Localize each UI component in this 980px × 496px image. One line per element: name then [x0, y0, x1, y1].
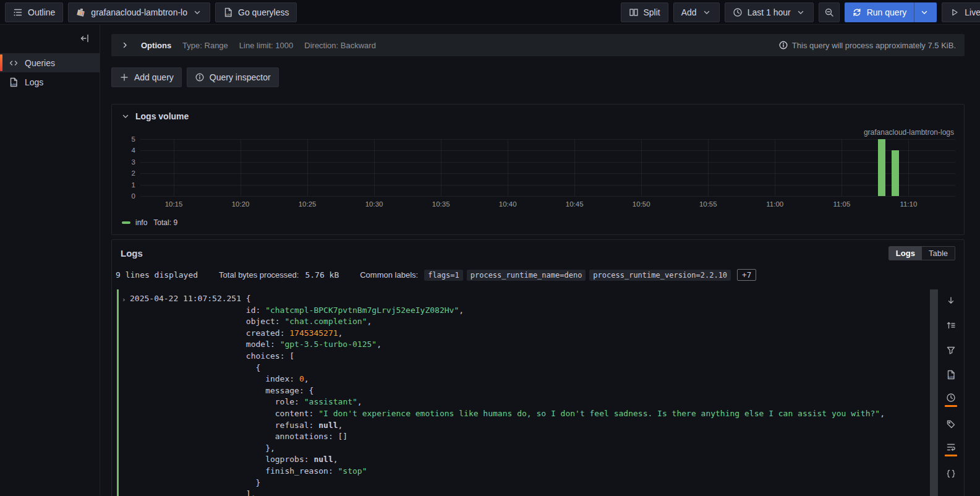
braces-icon [946, 469, 956, 479]
chevron-down-icon [192, 7, 202, 17]
grid-line-y [140, 139, 955, 140]
log-line-json: created: 1745345271, [130, 328, 928, 340]
datasource-picker[interactable]: grafanacloud-lambtron-lo [68, 2, 210, 22]
log-file-icon: LOG [9, 77, 19, 87]
log-line-json: } [130, 477, 928, 489]
log-line-json: content: "I don't experience emotions li… [130, 408, 928, 420]
time-picker-button[interactable]: Last 1 hour [725, 2, 814, 22]
grid-line-y [140, 150, 955, 151]
grid-line-x [775, 139, 775, 196]
volume-bar-11:08[interactable] [878, 139, 885, 196]
run-query-dropdown[interactable] [914, 2, 929, 22]
x-axis-tick: 10:30 [365, 200, 383, 208]
legend-series-label[interactable]: info [135, 218, 147, 227]
sidebar-item-label: Logs [25, 77, 43, 87]
sort-order-button[interactable] [939, 313, 963, 338]
active-indicator [945, 455, 957, 456]
plus-icon [119, 72, 129, 82]
filter-button[interactable] [939, 338, 963, 362]
log-entry[interactable]: › 2025-04-22 11:07:52.251 {id: "chatcmpl… [117, 289, 928, 496]
logs-volume-header[interactable]: Logs volume [112, 105, 964, 128]
log-format-button[interactable]: LOG [939, 362, 963, 387]
more-labels-button[interactable]: +7 [737, 269, 756, 281]
grid-line-y [140, 185, 955, 186]
run-query-button[interactable]: Run query [845, 2, 937, 22]
x-axis-tick: 11:05 [833, 200, 850, 208]
info-circle-icon [195, 72, 205, 82]
chart-series-title: grafanacloud-lambtron-logs [864, 128, 954, 137]
options-line-limit: Line limit: 1000 [239, 41, 293, 50]
query-size-estimate: This query will process approximately 7.… [792, 41, 956, 50]
y-axis-tick: 5 [117, 135, 135, 143]
split-button[interactable]: Split [621, 2, 668, 22]
view-option-logs[interactable]: Logs [889, 247, 922, 260]
collapse-sidebar-button[interactable] [76, 30, 93, 47]
query-inspector-button[interactable]: Query inspector [187, 67, 279, 87]
query-inspector-label: Query inspector [210, 72, 271, 82]
expand-log-chevron-icon[interactable]: › [122, 294, 126, 306]
x-axis-tick: 11:10 [900, 200, 917, 208]
chevron-right-icon [120, 40, 130, 50]
unique-labels-button[interactable] [939, 412, 963, 437]
clock-icon [733, 7, 743, 17]
y-axis-tick: 0 [117, 192, 135, 200]
common-label-chip: flags=1 [424, 270, 463, 281]
grid-line-x [908, 139, 909, 196]
x-axis-tick: 10:25 [299, 200, 317, 208]
sort-order-icon [946, 320, 956, 330]
logs-panel: Logs LogsTable 9 lines displayed Total b… [111, 239, 965, 496]
logs-volume-chart: grafanacloud-lambtron-logs 10:1510:2010:… [117, 129, 958, 212]
x-axis-tick: 10:20 [232, 200, 250, 208]
sidebar-item-queries[interactable]: Queries [0, 53, 100, 72]
log-line-timestamp: 2025-04-22 11:07:52.251 { [130, 293, 928, 305]
outline-button[interactable]: Outline [5, 2, 63, 22]
wrap-lines-button[interactable] [939, 437, 963, 461]
grid-line-x [842, 139, 842, 196]
view-option-table[interactable]: Table [922, 247, 955, 260]
collapse-left-icon [80, 33, 90, 43]
sidebar-item-logs[interactable]: LOGLogs [0, 72, 100, 92]
x-axis-tick: 10:55 [699, 200, 717, 208]
volume-bar-11:09[interactable] [892, 150, 899, 196]
arrow-down-icon [946, 296, 956, 306]
chevron-down-icon [919, 7, 929, 17]
info-circle-icon [778, 40, 788, 50]
logs-view-toggle: LogsTable [888, 246, 955, 260]
loki-logo-icon [76, 7, 86, 17]
svg-text:LOG: LOG [226, 12, 232, 15]
logs-meta-row: 9 lines displayed Total bytes processed:… [112, 264, 964, 287]
zoom-out-icon [824, 7, 834, 17]
toolbar-right-group: Split Add Last 1 hour Run query Live [621, 2, 980, 22]
add-query-button[interactable]: Add query [111, 67, 182, 87]
go-queryless-button[interactable]: LOG Go queryless [215, 2, 297, 22]
query-options-bar[interactable]: Options Type: Range Line limit: 1000 Dir… [111, 34, 965, 56]
chart-plot-area[interactable]: 10:1510:2010:2510:3010:3510:4010:4510:50… [140, 139, 955, 196]
logs-volume-title: Logs volume [135, 111, 189, 121]
scroll-to-bottom-button[interactable] [939, 288, 963, 313]
toolbar-left-group: Outline grafanacloud-lambtron-lo LOG Go … [5, 2, 297, 22]
code-icon [9, 58, 19, 68]
play-icon [950, 7, 960, 17]
chevron-down-icon [702, 7, 712, 17]
add-button[interactable]: Add [673, 2, 720, 22]
legend-total: Total: 9 [153, 218, 177, 227]
total-bytes-value: 5.76 kB [305, 270, 339, 280]
prettify-json-button[interactable] [939, 461, 963, 486]
common-label-chip: process_runtime_version=2.2.10 [589, 270, 731, 281]
zoom-out-button[interactable] [819, 2, 840, 22]
filter-icon [946, 345, 956, 355]
add-label: Add [681, 7, 697, 17]
scrollbar-thumb[interactable] [930, 289, 938, 496]
sidebar-item-label: Queries [25, 58, 55, 68]
add-query-label: Add query [134, 72, 174, 82]
total-bytes-label: Total bytes processed: [219, 270, 299, 280]
top-toolbar: Outline grafanacloud-lambtron-lo LOG Go … [0, 0, 980, 25]
chart-legend: info Total: 9 [122, 218, 964, 227]
common-labels-label: Common labels: [360, 270, 418, 280]
log-line-json: }, [130, 443, 928, 455]
show-timestamps-button[interactable] [939, 387, 963, 412]
chevron-down-icon [121, 111, 130, 121]
live-button[interactable]: Live [942, 2, 980, 22]
run-query-label: Run query [867, 7, 907, 17]
grid-line-y [140, 173, 955, 174]
